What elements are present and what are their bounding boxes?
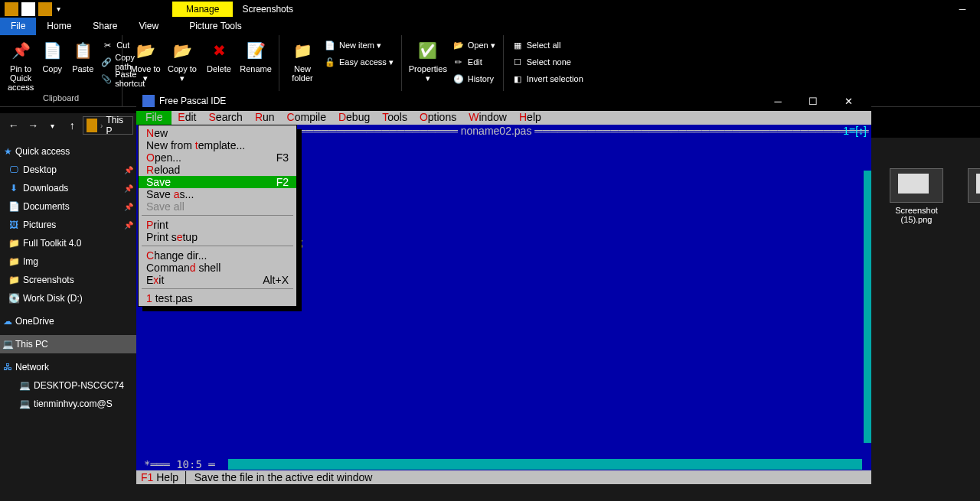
menu-help[interactable]: Help (513, 111, 547, 125)
sidebar-full-toolkit[interactable]: 📁Full Toolkit 4.0 (0, 234, 138, 252)
open-button[interactable]: 📂Open ▾ (449, 37, 498, 54)
pascal-minimize-button[interactable]: ─ (761, 92, 795, 110)
new-item-icon: 📄 (324, 39, 336, 51)
move-to-button[interactable]: 📂Move to ▾ (127, 37, 164, 84)
edit-button[interactable]: ✏Edit (449, 54, 498, 70)
sidebar-desktop[interactable]: 🖵Desktop📌 (0, 161, 138, 179)
menu-search[interactable]: Search (203, 111, 249, 125)
tab-share[interactable]: Share (82, 18, 128, 35)
tab-file[interactable]: File (0, 18, 36, 35)
menu-item-save-as[interactable]: Save as... (139, 188, 296, 200)
menu-item-new[interactable]: New (139, 127, 296, 139)
properties-button[interactable]: ✅Properties ▾ (407, 37, 449, 84)
sidebar-downloads[interactable]: ⬇Downloads📌 (0, 179, 138, 197)
tab-home[interactable]: Home (36, 18, 82, 35)
pascal-maximize-button[interactable]: ☐ (796, 92, 830, 110)
tab-view[interactable]: View (128, 18, 169, 35)
properties-icon[interactable] (21, 2, 35, 16)
address-bar[interactable]: › This P (83, 116, 133, 135)
new-item-button[interactable]: 📄New item ▾ (321, 37, 397, 54)
sidebar-this-pc[interactable]: 💻This PC (0, 335, 138, 353)
pin-icon: 📌 (124, 166, 133, 174)
rename-icon: 📝 (243, 38, 268, 63)
history-button[interactable]: 🕘History (449, 70, 498, 87)
paste-button[interactable]: 📋Paste (67, 37, 98, 75)
shortcut-icon: 📎 (101, 73, 112, 85)
folder-icon[interactable] (5, 2, 18, 16)
sidebar-screenshots[interactable]: 📁Screenshots (0, 271, 138, 289)
minimize-button[interactable]: ─ (945, 0, 980, 18)
menu-window[interactable]: Window (462, 111, 513, 125)
tab-picture-tools[interactable]: Picture Tools (178, 18, 252, 35)
easy-access-button[interactable]: 🔓Easy access ▾ (321, 54, 397, 70)
pin-quick-access-button[interactable]: 📌Pin to Quick access (5, 37, 37, 93)
back-button[interactable]: ← (5, 115, 23, 135)
menu-item-change-dir[interactable]: Change dir... (139, 249, 296, 262)
invert-selection-button[interactable]: ◧Invert selection (508, 70, 586, 87)
sidebar-network-computer-2[interactable]: 💻tienminhvy.com@S (0, 395, 138, 413)
editor-horizontal-scrollbar[interactable] (228, 459, 862, 470)
sidebar-quick-access[interactable]: ★Quick access (0, 142, 138, 161)
menu-run[interactable]: Run (249, 111, 281, 125)
easy-access-icon: 🔓 (324, 56, 336, 68)
menu-item-open[interactable]: Open...F3 (139, 151, 296, 164)
status-help[interactable]: F1 Help (141, 471, 178, 483)
menu-edit[interactable]: Edit (172, 111, 202, 125)
menu-item-save[interactable]: SaveF2 (139, 176, 296, 188)
select-none-button[interactable]: ☐Select none (508, 54, 586, 70)
menu-item-new-template[interactable]: New from template... (139, 139, 296, 151)
copy-to-button[interactable]: 📂Copy to ▾ (164, 37, 201, 84)
folder-icon-2[interactable] (38, 2, 52, 16)
cursor-position: *═══ 10:5 ═ (144, 458, 215, 470)
file-screenshot-partial[interactable]: S (960, 168, 980, 215)
computer-icon: 💻 (18, 379, 31, 392)
pascal-close-button[interactable]: ✕ (831, 92, 865, 110)
menu-item-print[interactable]: Print (139, 219, 296, 231)
rename-button[interactable]: 📝Rename (237, 37, 274, 75)
disk-icon: 💽 (8, 292, 20, 304)
pascal-title-bar[interactable]: Free Pascal IDE ─ ☐ ✕ (136, 91, 871, 111)
qat-chevron-icon[interactable]: ▾ (57, 5, 60, 13)
recent-locations-button[interactable]: ▾ (44, 115, 62, 135)
menu-options[interactable]: Options (413, 111, 462, 125)
pin-icon: 📌 (8, 38, 33, 63)
sidebar-img[interactable]: 📁Img (0, 252, 138, 271)
sidebar-work-disk[interactable]: 💽Work Disk (D:) (0, 289, 138, 307)
copy-button[interactable]: 📄Copy (37, 37, 67, 75)
cut-icon: ✂ (101, 39, 113, 51)
menu-item-command-shell[interactable]: Command shell (139, 262, 296, 274)
folder-icon: 📁 (8, 255, 20, 268)
menu-file[interactable]: File (136, 111, 172, 125)
folder-icon: 📁 (8, 274, 20, 286)
menu-item-exit[interactable]: ExitAlt+X (139, 274, 296, 286)
menu-tools[interactable]: Tools (376, 111, 413, 125)
menu-item-print-setup[interactable]: Print setup (139, 231, 296, 243)
move-to-icon: 📂 (133, 38, 158, 63)
select-none-icon: ☐ (511, 56, 524, 68)
manage-tab[interactable]: Manage (172, 2, 233, 17)
sidebar-documents[interactable]: 📄Documents📌 (0, 197, 138, 216)
menu-debug[interactable]: Debug (332, 111, 376, 125)
forward-button[interactable]: → (24, 115, 43, 135)
new-folder-button[interactable]: 📁New folder (284, 37, 321, 84)
sidebar-onedrive[interactable]: ☁OneDrive (0, 312, 138, 330)
file-screenshot-15[interactable]: Screenshot (15).png (882, 168, 951, 224)
delete-button[interactable]: ✖Delete (201, 37, 237, 75)
editor-vertical-scrollbar[interactable] (864, 171, 871, 443)
menu-compile[interactable]: Compile (281, 111, 332, 125)
menu-item-reload[interactable]: Reload (139, 164, 296, 176)
file-label: S (960, 206, 980, 215)
sidebar-network-computer-1[interactable]: 💻DESKTOP-NSCGC74 (0, 376, 138, 395)
sidebar-network[interactable]: 🖧Network (0, 358, 138, 376)
pascal-ide-window: Free Pascal IDE ─ ☐ ✕ File Edit Search R… (136, 91, 871, 484)
menu-item-recent-1[interactable]: 1 test.pas (139, 292, 296, 304)
file-dropdown-menu: New New from template... Open...F3 Reloa… (138, 125, 297, 307)
sidebar-pictures[interactable]: 🖼Pictures📌 (0, 216, 138, 234)
properties-large-icon: ✅ (416, 38, 440, 63)
breadcrumb-segment[interactable]: This P (103, 115, 129, 136)
up-button[interactable]: ↑ (64, 115, 82, 135)
select-all-button[interactable]: ▦Select all (508, 37, 586, 54)
editor-window-indicator[interactable]: 1=[↕] (843, 125, 867, 137)
computer-icon: 💻 (18, 398, 31, 410)
pascal-title-text: Free Pascal IDE (159, 96, 226, 106)
